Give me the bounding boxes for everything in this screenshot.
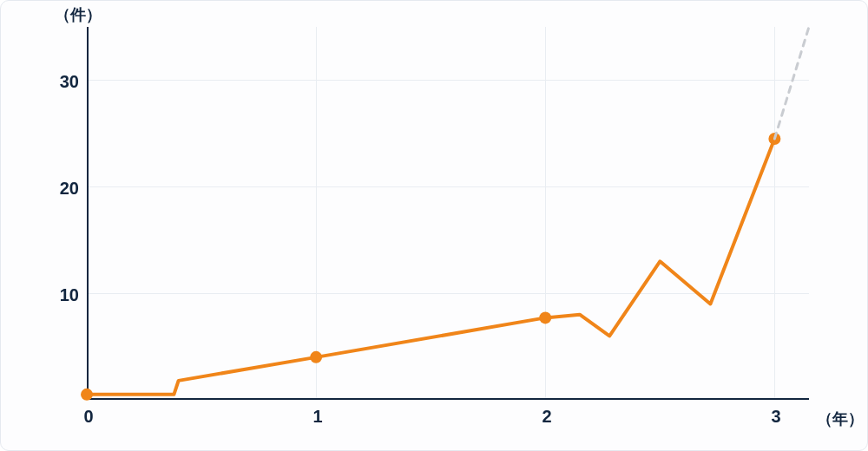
chart-svg (87, 27, 809, 400)
chart-card: （件） 10 20 30 0 1 2 3 （年） (0, 0, 868, 451)
y-axis-unit: （件） (55, 4, 102, 25)
y-tick-10: 10 (44, 285, 79, 305)
x-tick-3: 3 (763, 407, 789, 427)
marker (539, 311, 551, 324)
x-axis-unit: （年） (817, 409, 864, 429)
marker (81, 389, 93, 401)
y-tick-20: 20 (44, 179, 79, 199)
marker (310, 351, 322, 363)
y-tick-30: 30 (44, 72, 79, 92)
plot-area (87, 27, 809, 400)
x-tick-1: 1 (305, 407, 331, 427)
x-tick-2: 2 (534, 407, 560, 427)
series-projection (774, 27, 809, 139)
x-tick-0: 0 (76, 407, 102, 427)
series-main (87, 139, 774, 395)
